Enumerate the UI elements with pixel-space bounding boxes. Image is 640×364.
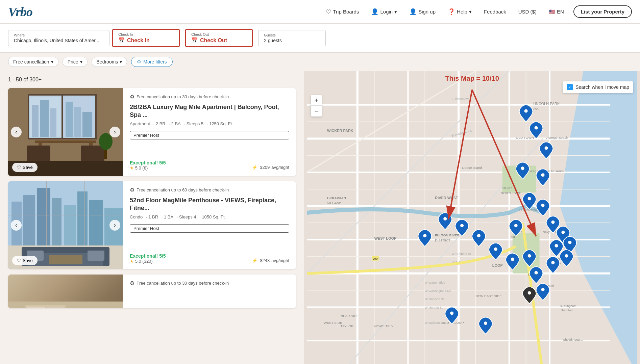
flag-icon: 🇺🇸 bbox=[549, 9, 555, 15]
svg-text:Zoo: Zoo bbox=[533, 107, 539, 111]
prev-image-button[interactable]: ‹ bbox=[11, 127, 22, 137]
svg-rect-4 bbox=[32, 105, 39, 137]
list-property-button[interactable]: List your Property bbox=[573, 5, 632, 18]
svg-text:Fullerton Ave: Fullerton Ave bbox=[452, 97, 469, 101]
svg-point-134 bbox=[494, 248, 497, 251]
guests-field[interactable]: Guests 2 guests bbox=[258, 30, 326, 46]
trip-boards-nav[interactable]: ♡ Trip Boards bbox=[323, 6, 362, 18]
save-listing-button-2[interactable]: ♡ Save bbox=[12, 256, 38, 265]
svg-point-143 bbox=[528, 291, 531, 295]
checkin-field[interactable]: Check In 📅 Check In bbox=[112, 29, 180, 47]
svg-rect-40 bbox=[88, 251, 104, 261]
svg-rect-15 bbox=[27, 146, 50, 162]
prev-image-button-2[interactable]: ‹ bbox=[11, 220, 22, 231]
feedback-label: Feedback bbox=[484, 9, 506, 15]
checkin-label: Check In bbox=[118, 32, 174, 36]
listing-details-2: ♻ Free cancellation up to 60 days before… bbox=[123, 181, 296, 269]
heart-icon: ♡ bbox=[326, 8, 331, 16]
cancellation-note-3: ♻ Free cancellation up to 30 days before… bbox=[130, 280, 289, 286]
search-move-label: Search when I move map bbox=[575, 84, 629, 90]
svg-rect-9 bbox=[82, 112, 92, 137]
signup-label: Sign up bbox=[418, 9, 436, 15]
listing-card: ‹ › ♡ Save ♻ Free cancellation up to 60 … bbox=[8, 181, 296, 269]
language-nav[interactable]: 🇺🇸 EN bbox=[546, 7, 567, 17]
svg-rect-5 bbox=[40, 100, 49, 137]
feedback-nav[interactable]: Feedback bbox=[481, 7, 509, 17]
svg-text:NEAR ITALY: NEAR ITALY bbox=[374, 324, 394, 328]
calendar-icon-2: 📅 bbox=[191, 37, 198, 44]
svg-point-150 bbox=[565, 254, 568, 258]
svg-text:W Warren Blvd: W Warren Blvd bbox=[425, 281, 445, 284]
person-icon: 👤 bbox=[371, 8, 378, 16]
svg-point-132 bbox=[514, 224, 518, 227]
login-nav[interactable]: 👤 Login ▾ bbox=[368, 6, 400, 18]
map-container: WICKER PARK UKRAINIAN VILLAGE WEST LOOP … bbox=[304, 71, 640, 364]
svg-rect-27 bbox=[77, 191, 88, 245]
price-filter[interactable]: Price ▾ bbox=[63, 57, 88, 67]
svg-text:Shedd Aquar...: Shedd Aquar... bbox=[563, 338, 583, 341]
zoom-out-button[interactable]: − bbox=[311, 106, 322, 116]
svg-point-139 bbox=[528, 254, 531, 258]
svg-point-144 bbox=[450, 311, 453, 315]
listing-title-2[interactable]: 52nd Floor MagMile Penthouse - VIEWS, Fi… bbox=[130, 197, 289, 212]
free-cancellation-filter[interactable]: Free cancellation ▾ bbox=[8, 57, 58, 67]
svg-text:OLD TOWN: OLD TOWN bbox=[516, 136, 534, 139]
filter-sliders-icon: ⚙ bbox=[137, 59, 141, 64]
svg-point-138 bbox=[511, 258, 514, 261]
search-when-move-map[interactable]: ✓ Search when I move map bbox=[563, 81, 633, 93]
svg-text:Avenue Beach: Avenue Beach bbox=[546, 136, 568, 139]
save-listing-button[interactable]: ♡ Save bbox=[12, 163, 38, 172]
signup-nav[interactable]: 👤 Sign up bbox=[407, 6, 438, 18]
listing-price: ⚡ $209 avg/night bbox=[252, 163, 289, 171]
svg-point-147 bbox=[561, 231, 565, 234]
search-move-checkbox[interactable]: ✓ bbox=[567, 84, 573, 90]
recycle-icon-2: ♻ bbox=[130, 187, 134, 193]
svg-rect-12 bbox=[35, 140, 96, 143]
checkout-label: Check Out bbox=[191, 32, 247, 36]
more-filters-button[interactable]: ⚙ More filters bbox=[131, 57, 172, 67]
listing-image-2: ‹ › ♡ Save bbox=[8, 181, 123, 269]
svg-text:LINCOLN PARK: LINCOLN PARK bbox=[533, 102, 560, 106]
listings-panel: 1 - 50 of 300+ bbox=[0, 71, 304, 364]
help-nav[interactable]: ❓ Help ▾ bbox=[445, 6, 474, 18]
where-field[interactable]: Where Chicago, Illinois, United States o… bbox=[8, 30, 109, 46]
svg-point-135 bbox=[443, 217, 447, 220]
premier-host-badge: Premier Host bbox=[130, 131, 289, 139]
svg-text:WEST LOOP: WEST LOOP bbox=[374, 236, 397, 240]
svg-rect-6 bbox=[50, 108, 56, 137]
listing-card-3: ‹ › ♡ Save ♻ Free cancellation up to 30 … bbox=[8, 275, 296, 308]
svg-point-130 bbox=[528, 197, 531, 200]
svg-text:TAYLOR: TAYLOR bbox=[341, 324, 353, 328]
svg-text:WEST SIDE: WEST SIDE bbox=[324, 321, 342, 324]
svg-text:Fountain: Fountain bbox=[561, 309, 573, 312]
svg-point-149 bbox=[568, 241, 571, 244]
next-image-button-2[interactable]: › bbox=[109, 220, 120, 231]
price-chevron-icon: ▾ bbox=[80, 59, 82, 64]
rating-label-2: Exceptional! 5/5 bbox=[130, 253, 166, 259]
map-zoom-controls: + − bbox=[311, 95, 322, 116]
svg-rect-24 bbox=[37, 188, 50, 245]
svg-point-146 bbox=[551, 220, 555, 224]
checkout-field[interactable]: Check Out 📅 Check Out bbox=[185, 29, 253, 47]
rating-sub: ★ 5.0 (8) bbox=[130, 165, 166, 171]
listing-title[interactable]: 2B/2BA Luxury Mag Mile Apartment | Balco… bbox=[130, 103, 289, 119]
heart-save-icon: ♡ bbox=[17, 165, 21, 170]
currency-nav[interactable]: USD ($) bbox=[516, 7, 539, 17]
svg-point-136 bbox=[460, 224, 464, 227]
bedrooms-chevron-icon: ▾ bbox=[120, 59, 122, 64]
guests-label: Guests bbox=[264, 33, 320, 37]
bedrooms-filter[interactable]: Bedrooms ▾ bbox=[92, 57, 127, 67]
svg-rect-25 bbox=[52, 198, 61, 245]
currency-label: USD ($) bbox=[518, 9, 537, 15]
star-icon-2: ★ bbox=[130, 259, 134, 264]
svg-text:VILLAGE: VILLAGE bbox=[327, 201, 341, 205]
svg-text:DISTRICT: DISTRICT bbox=[435, 238, 450, 242]
svg-rect-38 bbox=[49, 255, 82, 264]
logo[interactable]: Vrbo bbox=[8, 5, 32, 18]
zoom-in-button[interactable]: + bbox=[311, 95, 322, 106]
next-image-button[interactable]: › bbox=[109, 127, 120, 137]
svg-text:UKRAINIAN: UKRAINIAN bbox=[327, 196, 346, 200]
room-illustration-3 bbox=[8, 275, 123, 308]
map-panel[interactable]: WICKER PARK UKRAINIAN VILLAGE WEST LOOP … bbox=[304, 71, 640, 364]
help-icon: ❓ bbox=[448, 8, 455, 16]
